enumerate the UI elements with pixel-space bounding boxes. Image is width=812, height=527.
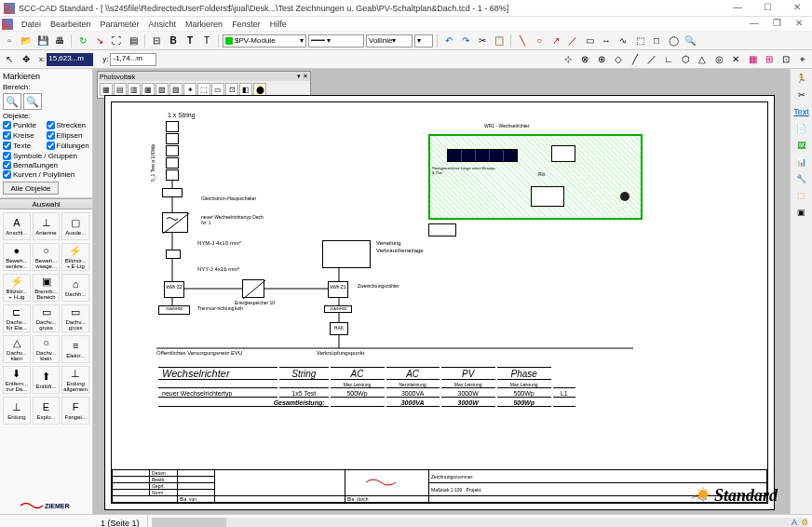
grid-icon[interactable]: ▦ — [745, 52, 760, 67]
pv-btn-10[interactable]: ⊡ — [225, 83, 238, 96]
snap4-icon[interactable]: ◇ — [611, 52, 626, 67]
pv-btn-8[interactable]: ⬚ — [197, 83, 210, 96]
y-coord[interactable]: -1,74...m — [110, 53, 156, 66]
pv-btn-7[interactable]: ✦ — [183, 83, 196, 96]
circle-tool-icon[interactable]: ○ — [532, 34, 547, 48]
minimize-button[interactable]: — — [726, 2, 749, 15]
footer-gear-icon[interactable]: ⚙ — [801, 518, 808, 527]
linestyle-dropdown[interactable]: ━━━ ▾ — [308, 34, 364, 47]
symbol-blitzstriltg[interactable]: ⚡Blitzstr... + I-Ltg — [3, 274, 31, 302]
print-icon[interactable]: 🖶 — [52, 34, 67, 48]
chk-kreise[interactable]: Kreise — [3, 131, 47, 140]
rt-img-icon[interactable]: 🖼 — [793, 138, 810, 153]
move-icon[interactable]: ✥ — [19, 52, 34, 67]
symbol-ausde[interactable]: ▢Ausde... — [61, 212, 89, 240]
pv-btn-12[interactable]: ⬤ — [253, 83, 266, 96]
mdi-minimize[interactable]: — — [743, 18, 765, 31]
rt-cut-icon[interactable]: ✂ — [793, 88, 810, 102]
pv-btn-4[interactable]: ▦ — [142, 83, 155, 96]
snap13-icon[interactable]: ⌖ — [795, 52, 810, 67]
snap3-icon[interactable]: ⊕ — [594, 52, 609, 67]
symbol-erdungallgemein[interactable]: ⊥Erdung allgemein — [61, 366, 89, 394]
menu-ansicht[interactable]: Ansicht — [144, 20, 182, 29]
open-icon[interactable]: 📂 — [19, 34, 34, 48]
symbol-anschl[interactable]: AAnschl... — [3, 212, 31, 240]
line2-icon[interactable]: ／ — [565, 34, 580, 48]
menu-bearbeiten[interactable]: Bearbeiten — [46, 20, 96, 29]
symbol-elektr[interactable]: ≡Elektr... — [61, 335, 89, 363]
snap1-icon[interactable]: ⊹ — [561, 52, 575, 67]
pv-dropdown-icon[interactable]: ▾ — [297, 73, 301, 80]
arrow-icon[interactable]: ↘ — [92, 34, 107, 48]
save-icon[interactable]: 💾 — [35, 34, 50, 48]
menu-markieren[interactable]: Markieren — [181, 20, 227, 29]
sheet-tab[interactable]: 1 (Seite 1) — [93, 515, 148, 527]
paste-icon[interactable]: 📋 — [492, 34, 507, 48]
snap8-icon[interactable]: ⬡ — [678, 52, 693, 67]
extra2-icon[interactable]: □ — [649, 34, 664, 48]
spline-icon[interactable]: ∿ — [616, 34, 630, 48]
redo-icon[interactable]: ↷ — [458, 34, 473, 48]
mark-single-icon[interactable]: 🔍 — [3, 93, 21, 110]
drawing-canvas[interactable]: Photovoltaik▾✕ ▦ ▤ ▥ ▦ ▨ ▧ ✦ ⬚ ▭ ⊡ ◧ ⬤ — [93, 69, 790, 514]
chk-bemass[interactable]: Bemaßungen — [3, 161, 89, 169]
symbol-brennbbereich[interactable]: ▣Brennb... Bereich — [33, 274, 61, 302]
pv-btn-11[interactable]: ◧ — [239, 83, 252, 96]
symbol-bewehsenkre[interactable]: ●Beweh... senkre... — [3, 243, 31, 271]
refresh-icon[interactable]: ↻ — [75, 34, 90, 48]
selection-header[interactable]: Auswahl — [0, 198, 92, 209]
snap12-icon[interactable]: ⊡ — [778, 52, 793, 67]
snap10-icon[interactable]: ◎ — [711, 52, 726, 67]
pv-btn-6[interactable]: ▧ — [169, 83, 183, 96]
symbol-explo[interactable]: EExplo... — [33, 397, 61, 425]
pv-btn-3[interactable]: ▥ — [128, 83, 141, 96]
maximize-button[interactable]: ☐ — [756, 2, 778, 15]
text2-icon[interactable]: T — [199, 34, 214, 48]
symbol-dachh[interactable]: ⌂Dachh... — [61, 274, 89, 302]
pv-close-icon[interactable]: ✕ — [303, 73, 308, 80]
symbol-antenne[interactable]: ⊥Antenne — [33, 212, 61, 240]
rt-text-icon[interactable]: Text — [793, 104, 810, 119]
align-icon[interactable]: ▤ — [126, 34, 141, 48]
chk-strecken[interactable]: Strecken — [47, 121, 90, 129]
symbol-entfernzurda[interactable]: ⬇Entfern... zur Da... — [3, 366, 31, 394]
mdi-restore[interactable]: ❐ — [765, 18, 788, 31]
rt-tool3-icon[interactable]: ▣ — [793, 205, 810, 220]
zoom-extents-icon[interactable]: ⛶ — [109, 34, 124, 48]
chk-kurven[interactable]: Kurven / Polylinien — [3, 170, 89, 179]
rt-doc-icon[interactable]: 📄 — [793, 121, 810, 136]
pointer-icon[interactable]: ↖ — [2, 52, 17, 67]
menu-parameter[interactable]: Parameter — [96, 20, 144, 29]
pv-btn-1[interactable]: ▦ — [100, 83, 113, 96]
close-button[interactable]: ✕ — [786, 2, 808, 15]
rt-tool2-icon[interactable]: ⬚ — [793, 188, 810, 203]
menu-hilfe[interactable]: Hilfe — [265, 20, 291, 29]
symbol-dachvgross[interactable]: ▭Dachv... gross — [61, 304, 89, 332]
measure-icon[interactable]: ↔ — [599, 34, 614, 48]
symbol-dachsfrele[interactable]: ⊏Dachs... für Ele... — [3, 304, 31, 332]
symbol-blitzstreltg[interactable]: ⚡Blitzstr... + E-Ltg — [61, 243, 89, 271]
pv-btn-9[interactable]: ▭ — [211, 83, 224, 96]
layer-dropdown[interactable]: $PV-Module▾ — [223, 34, 306, 47]
chk-texte[interactable]: Texte — [3, 142, 47, 150]
symbol-dachvklein[interactable]: △Dachv... klein — [3, 335, 31, 363]
chk-fuellungen[interactable]: Füllungen — [47, 142, 90, 150]
snap6-icon[interactable]: ／ — [644, 52, 659, 67]
extra1-icon[interactable]: ⬚ — [632, 34, 647, 48]
mdi-close[interactable]: ✕ — [788, 18, 810, 31]
snap2-icon[interactable]: ⊗ — [577, 52, 592, 67]
search-icon[interactable]: 🔍 — [683, 34, 697, 48]
text-icon[interactable]: T — [183, 34, 197, 48]
bold-icon[interactable]: B — [166, 34, 181, 48]
lineweight-dropdown[interactable]: ▾ — [414, 34, 433, 47]
horizontal-scrollbar[interactable] — [152, 518, 808, 528]
chk-ellipsen[interactable]: Ellipsen — [47, 131, 90, 140]
cut-icon[interactable]: ✂ — [475, 34, 490, 48]
rect-tool-icon[interactable]: ▭ — [582, 34, 597, 48]
chk-symbole[interactable]: Symbole / Gruppen — [3, 152, 89, 160]
dim-icon[interactable]: ⊟ — [149, 34, 164, 48]
snap11-icon[interactable]: ✕ — [728, 52, 743, 67]
undo-icon[interactable]: ↶ — [441, 34, 456, 48]
pv-btn-2[interactable]: ▤ — [114, 83, 127, 96]
symbol-dachvklein[interactable]: ○Dachv... klein — [33, 335, 61, 363]
